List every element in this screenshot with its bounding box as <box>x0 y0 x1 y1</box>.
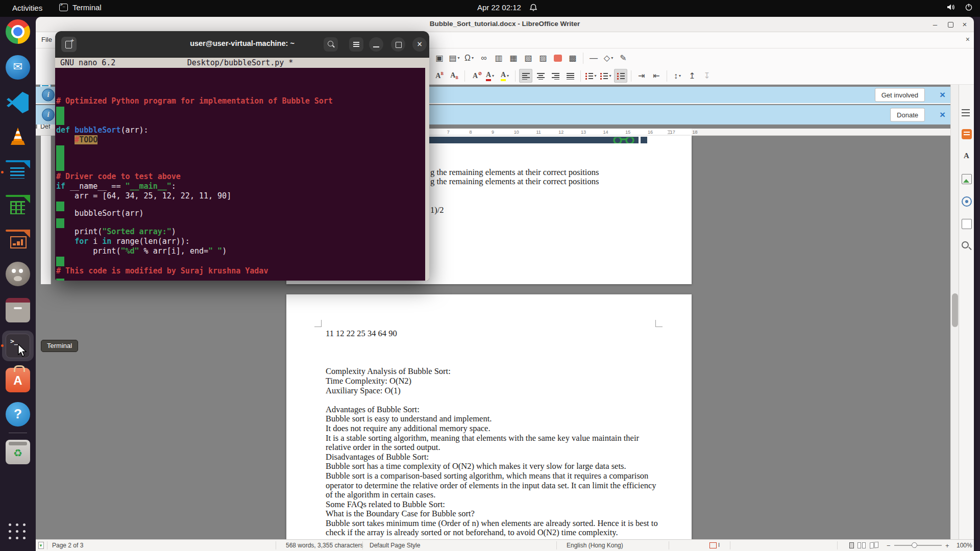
insert-text-box-icon[interactable]: ▣ <box>433 51 446 65</box>
status-language[interactable]: English (Hong Kong) <box>567 542 623 549</box>
writer-title-bar[interactable]: Bubble_Sort_tutorial.docx - LibreOffice … <box>36 17 974 32</box>
outline-list-icon[interactable] <box>614 69 627 83</box>
page-jump-icon[interactable] <box>38 542 44 549</box>
align-center-icon[interactable] <box>534 69 547 83</box>
get-involved-button[interactable]: Get involved <box>875 88 925 102</box>
bullet-list-icon[interactable]: ▾ <box>584 69 598 83</box>
dock-item-files[interactable] <box>6 298 30 322</box>
terminal-maximize-button[interactable] <box>391 37 405 52</box>
insert-field-icon[interactable]: ▤▾ <box>448 51 461 65</box>
increase-indent-icon[interactable]: ⇥ <box>635 69 648 83</box>
status-zoom-percent[interactable]: 100% <box>957 542 972 549</box>
zoom-slider[interactable] <box>894 545 942 546</box>
document-scrollbar[interactable] <box>950 85 959 539</box>
terminal-menu-button[interactable] <box>349 37 363 52</box>
basic-shapes-icon[interactable]: ◇▾ <box>602 51 615 65</box>
numbered-list-icon[interactable]: ▾ <box>599 69 612 83</box>
style-inspector-deck-icon[interactable] <box>962 241 969 248</box>
close-infobar-icon[interactable]: × <box>940 89 945 101</box>
line-spacing-icon[interactable]: ↕▾ <box>671 69 684 83</box>
align-justify-glyph <box>567 72 574 80</box>
subscript-icon[interactable]: A <box>448 69 461 83</box>
dock-item-libreoffice-writer[interactable] <box>6 160 30 185</box>
decrease-indent-icon[interactable]: ⇤ <box>650 69 663 83</box>
status-word-count[interactable]: 568 words, 3,355 characters <box>286 542 363 549</box>
nano-editor[interactable]: GNU nano 6.2 Desktop/bubbleSort.py * # O… <box>55 58 429 281</box>
dock-item-trash[interactable] <box>6 440 30 464</box>
zoom-slider-thumb[interactable] <box>912 542 917 548</box>
donate-button[interactable]: Donate <box>890 108 925 122</box>
dock-item-libreoffice-calc[interactable] <box>6 195 30 219</box>
dock-item-help[interactable] <box>6 402 30 427</box>
terminal-minimize-button[interactable] <box>369 37 383 52</box>
dropdown-arrow-icon[interactable]: ▾ <box>507 73 509 78</box>
insert-comment-icon[interactable] <box>551 51 565 65</box>
sidebar-settings-icon[interactable] <box>962 108 972 118</box>
dropdown-arrow-icon[interactable]: ▾ <box>679 73 681 78</box>
system-tray[interactable] <box>947 3 973 11</box>
writer-minimize-button[interactable]: – <box>930 19 940 30</box>
single-page-view-icon[interactable] <box>849 542 854 548</box>
writer-close-button[interactable]: × <box>960 19 970 30</box>
horizontal-line-icon[interactable]: — <box>587 51 600 65</box>
dock-item-vlc[interactable] <box>6 126 30 150</box>
insert-hyperlink-icon[interactable]: ∞ <box>477 51 491 65</box>
insert-footnote-icon[interactable]: ▥ <box>492 51 505 65</box>
dropdown-arrow-icon[interactable]: ▾ <box>458 56 460 60</box>
vertical-ruler[interactable] <box>41 136 51 284</box>
dropdown-arrow-icon[interactable]: ▾ <box>609 73 611 78</box>
dock-item-app-grid[interactable] <box>6 519 30 544</box>
superscript-icon[interactable]: A <box>433 69 446 83</box>
properties-deck-icon[interactable] <box>962 129 972 139</box>
highlight-color-icon[interactable]: A▾ <box>498 69 511 83</box>
status-page-count[interactable]: Page 2 of 3 <box>52 542 83 549</box>
dropdown-arrow-icon[interactable]: ▾ <box>472 56 474 60</box>
insert-frame-icon[interactable]: ▩ <box>566 51 579 65</box>
page-deck-icon[interactable] <box>962 219 972 229</box>
insert-cross-reference-icon[interactable]: ▨ <box>536 51 550 65</box>
dropdown-arrow-icon[interactable]: ▾ <box>594 73 596 78</box>
app-menu[interactable]: Terminal <box>59 3 102 12</box>
dock-item-ubuntu-software[interactable] <box>6 368 30 392</box>
selection-mode-icon[interactable] <box>709 542 717 548</box>
align-left-icon[interactable] <box>519 69 532 83</box>
terminal-scrollbar[interactable] <box>425 58 429 281</box>
clock-area[interactable]: Apr 22 02:12 <box>477 3 537 12</box>
navigator-deck-icon[interactable] <box>962 196 972 207</box>
dropdown-arrow-icon[interactable]: ▾ <box>611 56 613 60</box>
close-document-icon[interactable]: × <box>966 35 970 43</box>
terminal-search-button[interactable] <box>324 37 338 52</box>
writer-restore-button[interactable] <box>945 19 955 30</box>
code-line: # This code is modified by Suraj krushna… <box>56 266 268 276</box>
status-page-style[interactable]: Default Page Style <box>370 542 420 549</box>
zoom-in-icon[interactable]: + <box>945 542 949 549</box>
insert-endnote-icon[interactable]: ▦ <box>507 51 520 65</box>
styles-deck-icon[interactable] <box>962 152 972 162</box>
insert-bookmark-icon[interactable]: ▧ <box>522 51 535 65</box>
font-color-icon[interactable]: A▾ <box>483 69 497 83</box>
dock-item-chrome[interactable] <box>6 19 30 44</box>
dock-item-thunderbird[interactable] <box>6 55 30 80</box>
paragraph-space-increase-icon[interactable]: ↥ <box>685 69 699 83</box>
clear-formatting-icon[interactable]: A <box>469 69 482 83</box>
close-infobar-icon[interactable]: × <box>940 109 945 120</box>
dock-item-libreoffice-impress[interactable] <box>6 230 30 254</box>
terminal-title-bar[interactable]: user@user-virtual-machine: ~ <box>55 31 429 58</box>
scrollbar-thumb[interactable] <box>952 293 958 327</box>
multi-page-view-icon[interactable] <box>857 542 861 548</box>
dock-item-gimp[interactable] <box>6 262 30 286</box>
terminal-close-button[interactable] <box>412 37 427 52</box>
dock-item-vscode[interactable] <box>6 90 30 115</box>
menu-file[interactable]: File <box>41 36 52 43</box>
freeform-line-icon[interactable]: ✎ <box>617 51 630 65</box>
document-page-2[interactable]: 11 12 22 25 34 64 90 Complexity Analysis… <box>286 294 692 542</box>
align-right-icon[interactable] <box>549 69 562 83</box>
book-view-icon[interactable] <box>870 542 874 549</box>
dropdown-arrow-icon[interactable]: ▾ <box>492 73 494 78</box>
insert-special-character-icon[interactable]: Ω▾ <box>462 51 476 65</box>
zoom-out-icon[interactable]: − <box>887 542 891 549</box>
align-justify-icon[interactable] <box>564 69 577 83</box>
gallery-deck-icon[interactable] <box>962 174 972 184</box>
activities-button[interactable]: Activities <box>9 3 45 13</box>
clear-formatting-glyph: A <box>473 72 478 80</box>
